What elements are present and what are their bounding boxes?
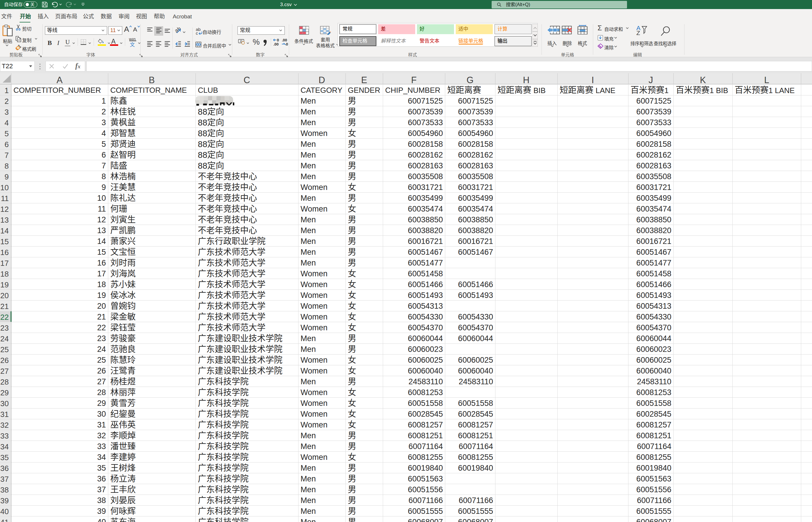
svg-text:0: 0 <box>277 38 279 42</box>
svg-text:.00: .00 <box>282 38 287 42</box>
svg-text:.00: .00 <box>273 42 279 46</box>
svg-text:0: 0 <box>286 42 288 46</box>
